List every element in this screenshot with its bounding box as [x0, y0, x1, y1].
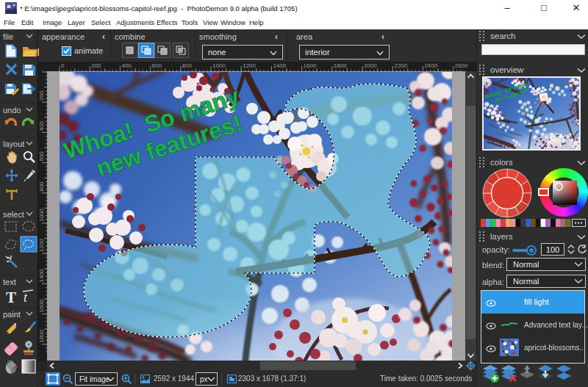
svg-text:600: 600: [38, 151, 45, 162]
svg-text:200: 200: [38, 90, 45, 101]
svg-text:1200: 1200: [243, 62, 256, 69]
svg-text:1400: 1400: [38, 269, 45, 282]
svg-text:600: 600: [152, 62, 162, 69]
svg-text:1000: 1000: [212, 62, 226, 69]
svg-text:1600: 1600: [38, 299, 45, 312]
svg-text:2400: 2400: [424, 62, 437, 69]
svg-text:t: t: [24, 290, 28, 305]
svg-text:T: T: [6, 289, 16, 306]
svg-text:layout: layout: [3, 140, 24, 148]
svg-text:paint: paint: [3, 310, 21, 319]
svg-text:200: 200: [91, 62, 101, 69]
svg-text:file: file: [3, 32, 13, 41]
svg-text:2600: 2600: [455, 62, 468, 69]
svg-text:400: 400: [121, 62, 132, 69]
svg-text:1800: 1800: [334, 62, 347, 69]
svg-text:1400: 1400: [273, 62, 286, 69]
svg-text:1000: 1000: [38, 209, 45, 222]
svg-text:800: 800: [182, 62, 193, 69]
svg-text:2200: 2200: [394, 62, 407, 69]
svg-text:select: select: [3, 210, 24, 219]
svg-text:undo: undo: [3, 106, 21, 115]
svg-text:1200: 1200: [38, 239, 45, 252]
svg-text:2000: 2000: [364, 62, 377, 69]
svg-text:800: 800: [38, 181, 45, 192]
svg-text:1600: 1600: [304, 62, 317, 69]
svg-text:1800: 1800: [38, 329, 45, 342]
svg-text:text: text: [3, 278, 16, 286]
svg-text:0: 0: [61, 62, 65, 69]
svg-text:400: 400: [38, 121, 45, 131]
